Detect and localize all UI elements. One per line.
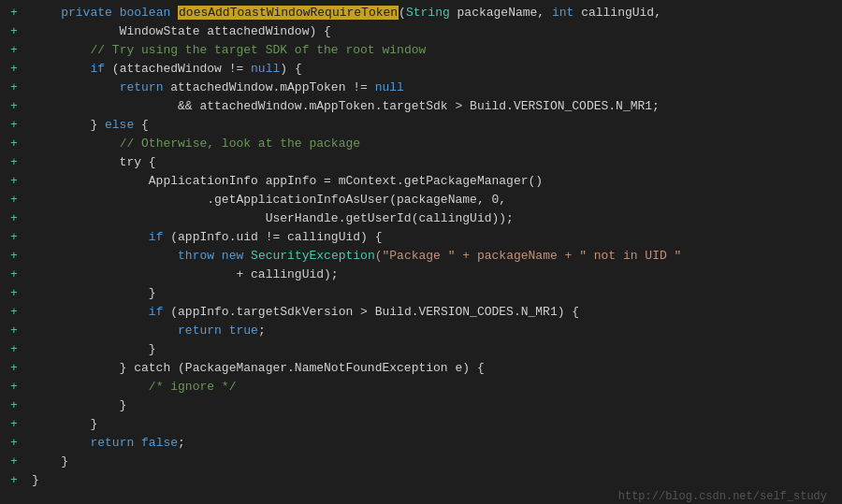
line-gutter: + — [0, 266, 28, 284]
line-content: if (attachedWindow != null) { — [28, 60, 842, 79]
line-content: } catch (PackageManager.NameNotFoundExce… — [28, 359, 842, 378]
line-content: && attachedWindow.mAppToken.targetSdk > … — [28, 97, 842, 116]
table-row: + } — [0, 284, 842, 303]
code-text — [222, 324, 229, 338]
table-row: + return attachedWindow.mAppToken != nul… — [0, 79, 842, 97]
line-gutter: + — [0, 247, 28, 266]
code-text: ; — [258, 324, 266, 338]
keyword: return — [178, 324, 222, 338]
code-text — [32, 380, 149, 394]
line-gutter: + — [0, 60, 28, 79]
line-gutter: + — [0, 359, 28, 378]
table-row: + } — [0, 396, 842, 415]
keyword: if — [90, 62, 105, 76]
code-text: ) { — [280, 62, 301, 76]
string-literal: ("Package " + packageName + " not in UID… — [375, 249, 682, 263]
line-gutter: + — [0, 340, 28, 359]
line-content: throw new SecurityException("Package " +… — [28, 247, 842, 266]
line-content: UserHandle.getUserId(callingUid)); — [28, 209, 842, 228]
code-text: } — [32, 286, 156, 300]
table-row: + throw new SecurityException("Package "… — [0, 247, 842, 266]
table-row: + } — [0, 340, 842, 359]
line-content: // Otherwise, look at the package — [28, 135, 842, 153]
table-row: + /* ignore */ — [0, 378, 842, 396]
line-content: return true; — [28, 322, 842, 340]
code-text — [214, 249, 222, 263]
code-text: } — [32, 342, 156, 356]
keyword: null — [251, 62, 280, 76]
code-text: } — [32, 398, 126, 412]
code-text — [32, 249, 178, 263]
keyword: null — [375, 80, 404, 94]
line-content: } — [28, 396, 842, 415]
code-text: callingUid, — [573, 6, 661, 20]
keyword: return — [120, 80, 164, 94]
line-content: } — [28, 453, 842, 471]
code-text: ; — [178, 436, 185, 450]
keyword: if — [149, 305, 164, 319]
comment: // Try using the target SDK of the root … — [90, 43, 426, 57]
table-row: + } — [0, 453, 842, 471]
line-gutter: + — [0, 303, 28, 322]
table-row: + if (appInfo.targetSdkVersion > Build.V… — [0, 303, 842, 322]
code-text — [134, 436, 141, 450]
code-container: + private boolean doesAddToastWindowRequ… — [0, 0, 842, 504]
comment: /* ignore */ — [149, 380, 237, 394]
code-text — [32, 43, 90, 57]
code-text: ApplicationInfo appInfo = mContext.getPa… — [32, 174, 543, 188]
line-content: } — [28, 340, 842, 359]
line-gutter: + — [0, 22, 28, 41]
table-row: + return true; — [0, 322, 842, 340]
line-gutter: + — [0, 284, 28, 303]
table-row: + + callingUid); — [0, 266, 842, 284]
comment: // Otherwise, look at the package — [120, 137, 360, 151]
table-row: + ApplicationInfo appInfo = mContext.get… — [0, 172, 842, 191]
line-content: ApplicationInfo appInfo = mContext.getPa… — [28, 172, 842, 191]
line-content: if (appInfo.uid != callingUid) { — [28, 228, 842, 247]
line-gutter: + — [0, 378, 28, 396]
table-row: + // Try using the target SDK of the roo… — [0, 41, 842, 60]
line-gutter: + — [0, 453, 28, 471]
line-gutter: + — [0, 79, 28, 97]
code-text: try { — [32, 155, 156, 169]
line-gutter: + — [0, 172, 28, 191]
table-row: +} — [0, 471, 842, 490]
code-text — [32, 305, 149, 319]
line-content: } else { — [28, 116, 842, 135]
line-content: // Try using the target SDK of the root … — [28, 41, 842, 60]
table-row: + try { — [0, 153, 842, 172]
code-text: } — [32, 417, 97, 431]
code-text: && attachedWindow.mAppToken.targetSdk > … — [32, 99, 660, 113]
line-content: return false; — [28, 434, 842, 453]
line-content: return attachedWindow.mAppToken != null — [28, 79, 842, 97]
code-text — [32, 230, 149, 244]
line-content: try { — [28, 153, 842, 172]
code-text: (appInfo.targetSdkVersion > Build.VERSIO… — [163, 305, 579, 319]
code-text: UserHandle.getUserId(callingUid)); — [32, 211, 514, 225]
line-content: + callingUid); — [28, 266, 842, 284]
line-content: WindowState attachedWindow) { — [28, 22, 842, 41]
line-content: if (appInfo.targetSdkVersion > Build.VER… — [28, 303, 842, 322]
code-text: .getApplicationInfoAsUser(packageName, 0… — [32, 193, 506, 207]
keyword: else — [105, 118, 134, 132]
table-row: + private boolean doesAddToastWindowRequ… — [0, 4, 842, 22]
table-row: + .getApplicationInfoAsUser(packageName,… — [0, 191, 842, 209]
line-content: } — [28, 471, 842, 490]
watermark: http://blog.csdn.net/self_study — [618, 490, 827, 503]
line-gutter: + — [0, 322, 28, 340]
code-text — [32, 137, 120, 151]
code-text — [32, 324, 178, 338]
line-gutter: + — [0, 434, 28, 453]
keyword: int — [552, 6, 573, 20]
code-text: ( — [399, 6, 406, 20]
code-text — [112, 6, 120, 20]
line-gutter: + — [0, 415, 28, 434]
class-name: String — [406, 6, 450, 20]
line-gutter: + — [0, 4, 28, 22]
table-row: + && attachedWindow.mAppToken.targetSdk … — [0, 97, 842, 116]
keyword: throw — [178, 249, 214, 263]
code-text — [243, 249, 251, 263]
code-text — [32, 6, 61, 20]
line-content: .getApplicationInfoAsUser(packageName, 0… — [28, 191, 842, 209]
line-gutter: + — [0, 209, 28, 228]
